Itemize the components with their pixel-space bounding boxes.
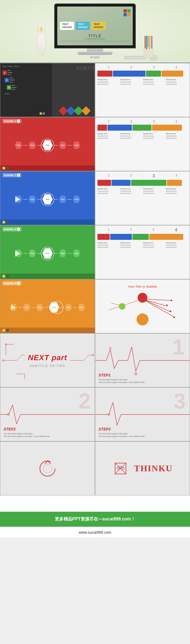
svg-point-34	[40, 461, 55, 476]
chart-slide-4: 1 2 3 4 Sample textsXXXXXXXXXX XXXXXXXXX…	[95, 225, 190, 279]
svg-point-20	[2, 360, 4, 361]
svg-point-37	[43, 464, 52, 473]
reload-icon-slide	[0, 441, 95, 495]
svg-point-30	[109, 347, 111, 349]
subtitle3-num: 3	[17, 228, 20, 231]
slides-grid: Text 1 Text 2 Text 3 1 Itemdetailshere 2…	[0, 62, 190, 495]
subtitle2-slide: Subtitle 2 2 Key Key Key Key	[0, 171, 95, 225]
chart-label-1: Sample textsXXXXXXXXXX XXXXXXXXXX	[97, 79, 119, 85]
svg-point-24	[92, 354, 94, 356]
chart-slide-3: 1 2 3 4 Sample textsXXXXXXXXXX XXXXXXXXX…	[95, 171, 190, 225]
svg-point-11	[137, 313, 148, 325]
chart-num-4: 4	[175, 65, 177, 69]
slide1-subtitle: SUBTITLE	[76, 65, 95, 71]
text3-label: Text 3	[14, 65, 19, 67]
svg-point-31	[135, 373, 137, 375]
reload-icon-svg	[37, 458, 58, 479]
monitor: TEXT XXXXXX TEXT XXXXXX TEXT XXXXXX	[54, 4, 136, 59]
monitor-label: 黄鸟图库	[90, 56, 100, 59]
chart-slide-2: 1 2 3 4 Sample textsXXXXXXXXXX XXXXXXXXX…	[95, 117, 190, 171]
screen-text1-line1: TEXT	[62, 23, 72, 26]
svg-point-14	[170, 310, 171, 312]
svg-point-10	[119, 303, 125, 310]
svg-point-15	[173, 316, 175, 318]
subtitle2-title: Subtitle 2	[4, 174, 16, 177]
vase-decoration	[34, 27, 49, 59]
subtitle2-num: 2	[17, 174, 20, 177]
footer-green-banner: 更多精品PPT资源尽在—sucai999.com！	[0, 512, 190, 527]
step2-number: 2	[79, 390, 91, 412]
screen-text3-line1: TEXT	[94, 23, 103, 26]
screen-text1-line2: XXXXXX	[62, 26, 72, 29]
chart-label-4: Sample textsXXXXXXXXXX XXXXXXXXXX	[166, 79, 188, 85]
svg-line-17	[17, 355, 22, 360]
svg-point-12	[166, 304, 168, 306]
screen-title: TITLE	[85, 34, 105, 38]
subtitle3-slide: Subtitle 3 3 Key Key Key Key	[0, 225, 95, 279]
text2-label: Text 2	[8, 65, 14, 67]
chart-slide-1: 1 2 3 4 Sample textsXXXXXXXXXX XXXXXXXXX…	[95, 63, 190, 117]
step1-slide: 1 STEP1 Your text will be typed in this …	[95, 333, 190, 387]
svg-line-4	[155, 301, 156, 302]
step1-number: 1	[172, 336, 185, 358]
text4-label: Text 4	[5, 93, 35, 95]
chart-label-3: Sample textsXXXXXXXXXX XXXXXXXXXX	[143, 79, 165, 85]
footer-spacer	[0, 495, 190, 512]
num-badge-2: 2	[5, 78, 9, 82]
chart-num-1: 1	[108, 65, 110, 69]
footer-banner-text: 更多精品PPT资源尽在—sucai999.com！	[55, 516, 135, 522]
chart-num-3: 3	[153, 65, 155, 69]
subtitle4-num: 4	[17, 282, 20, 285]
screen-text3-line2: XXXXXX	[94, 26, 103, 29]
logo-text: THINKU	[134, 463, 173, 473]
next-part-title: NEXT part	[28, 353, 67, 362]
num-badge-3: 3	[7, 85, 11, 90]
next-part-slide: NEXT part SUBTITLE OR TIPS	[0, 333, 95, 387]
signal-icon-svg	[112, 460, 129, 477]
num-badge-1: 1	[2, 71, 7, 75]
svg-point-27	[5, 344, 7, 345]
subtitle1-num: 1	[17, 120, 20, 123]
bubble-title: Your Title or Subtitle	[128, 285, 157, 288]
step3-number: 3	[174, 390, 186, 412]
chart-num-2: 2	[130, 65, 132, 69]
slide-1-dark: Text 1 Text 2 Text 3 1 Itemdetailshere 2…	[0, 63, 95, 117]
footer-url-bar: www.sucai999.com	[0, 527, 190, 538]
svg-line-22	[84, 355, 89, 360]
pencils-decoration	[141, 32, 156, 59]
signal-icon-slide: THINKU	[95, 441, 190, 495]
svg-line-3	[142, 299, 174, 317]
text1-label: Text 1	[2, 65, 8, 67]
footer-url-text: www.sucai999.com	[79, 530, 111, 535]
svg-point-13	[171, 300, 172, 301]
subtitle4-title: Subtitle 4	[4, 282, 16, 285]
step3-slide: 3 STEP3 Your text will be typed in this …	[95, 387, 190, 441]
subtitle3-title: Subtitle 3	[4, 228, 16, 231]
bubble-diagram-slide: Your Title or Subtitle	[95, 279, 190, 333]
next-part-subtitle: SUBTITLE OR TIPS	[30, 364, 65, 367]
chart-label-2: Sample textsXXXXXXXXXX XXXXXXXXXX	[120, 79, 142, 85]
bubble-diagram-svg	[100, 290, 185, 328]
svg-point-9	[138, 293, 147, 303]
svg-line-2	[142, 299, 170, 311]
screen-text2-line2: XXXXXX	[78, 26, 88, 29]
screen-text2-line1: TEXT	[78, 23, 88, 26]
subtitle1-title: Subtitle 1	[4, 120, 16, 123]
hero-section: TEXT XXXXXX TEXT XXXXXX TEXT XXXXXX	[0, 0, 190, 62]
step2-slide: 2 STEP2 Your text will be typed in this …	[0, 387, 95, 441]
subtitle1-slide: Subtitle 1 1 Key Key Key Key	[0, 117, 95, 171]
subtitle4-slide: Subtitle 4 4 Key Key Key Key	[0, 279, 95, 333]
screen-subtitle: INTERPRETATION	[85, 38, 105, 40]
